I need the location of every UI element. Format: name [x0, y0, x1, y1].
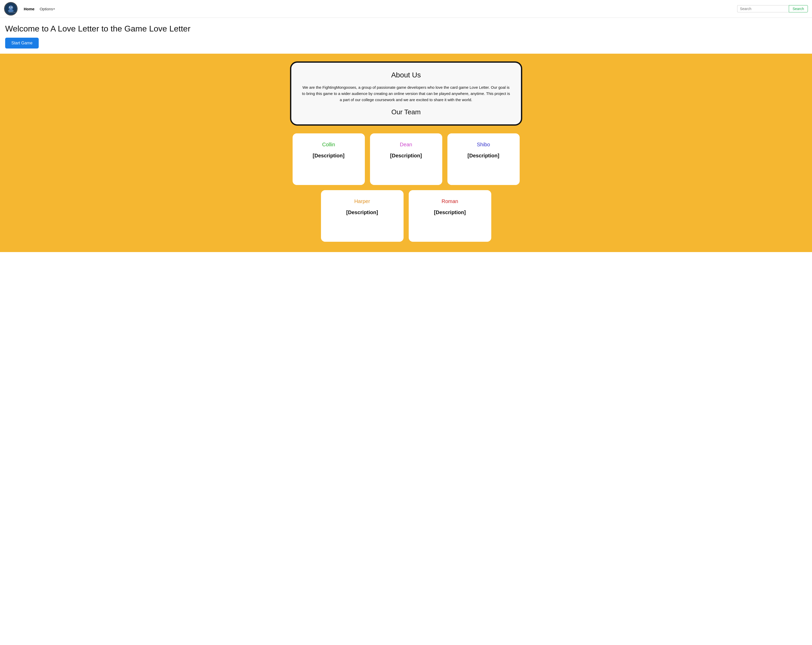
- page-title: Welcome to A Love Letter to the Game Lov…: [5, 24, 807, 34]
- team-card-shibo: Shibo [Description]: [447, 133, 520, 185]
- svg-point-0: [9, 5, 13, 10]
- logo: That's a cool team name: [4, 2, 18, 15]
- team-description-roman: [Description]: [434, 209, 466, 215]
- brand: That's a cool team name: [4, 2, 18, 15]
- about-description: We are the FightingMongooses, a group of…: [302, 84, 511, 103]
- team-name-collin: Collin: [322, 142, 335, 148]
- team-name-harper: Harper: [354, 198, 370, 204]
- navbar: That's a cool team name Home Options ▾ S…: [0, 0, 812, 18]
- start-game-button[interactable]: Start Game: [5, 38, 39, 49]
- team-card-collin: Collin [Description]: [293, 133, 365, 185]
- team-description-shibo: [Description]: [467, 153, 499, 159]
- team-description-dean: [Description]: [390, 153, 422, 159]
- hero-section: Welcome to A Love Letter to the Game Lov…: [0, 18, 812, 54]
- about-card: About Us We are the FightingMongooses, a…: [290, 61, 522, 126]
- team-name-dean: Dean: [400, 142, 412, 148]
- search-input[interactable]: [737, 5, 789, 12]
- options-label: Options: [40, 7, 53, 11]
- svg-point-4: [10, 7, 10, 8]
- home-link[interactable]: Home: [22, 5, 37, 13]
- team-card-roman: Roman [Description]: [409, 190, 491, 242]
- team-name-roman: Roman: [441, 198, 458, 204]
- team-card-harper: Harper [Description]: [321, 190, 403, 242]
- chevron-down-icon: ▾: [53, 8, 55, 10]
- logo-svg: That's a cool team name: [6, 4, 15, 14]
- team-grid-top: Collin [Description] Dean [Description] …: [285, 133, 527, 185]
- our-team-title: Our Team: [302, 108, 511, 116]
- team-card-dean: Dean [Description]: [370, 133, 442, 185]
- logo-inner: That's a cool team name: [5, 3, 17, 15]
- svg-point-5: [12, 7, 12, 8]
- team-name-shibo: Shibo: [477, 142, 490, 148]
- nav-links: Home Options ▾: [22, 5, 733, 13]
- svg-text:That's a cool team name: That's a cool team name: [9, 12, 15, 13]
- team-description-harper: [Description]: [346, 209, 378, 215]
- main-content: About Us We are the FightingMongooses, a…: [0, 54, 812, 252]
- about-title: About Us: [302, 71, 511, 79]
- options-link[interactable]: Options ▾: [38, 5, 57, 13]
- team-description-collin: [Description]: [313, 153, 345, 159]
- search-button[interactable]: Search: [789, 5, 808, 12]
- team-grid-bottom: Harper [Description] Roman [Description]: [285, 190, 527, 242]
- search-form: Search: [737, 5, 808, 12]
